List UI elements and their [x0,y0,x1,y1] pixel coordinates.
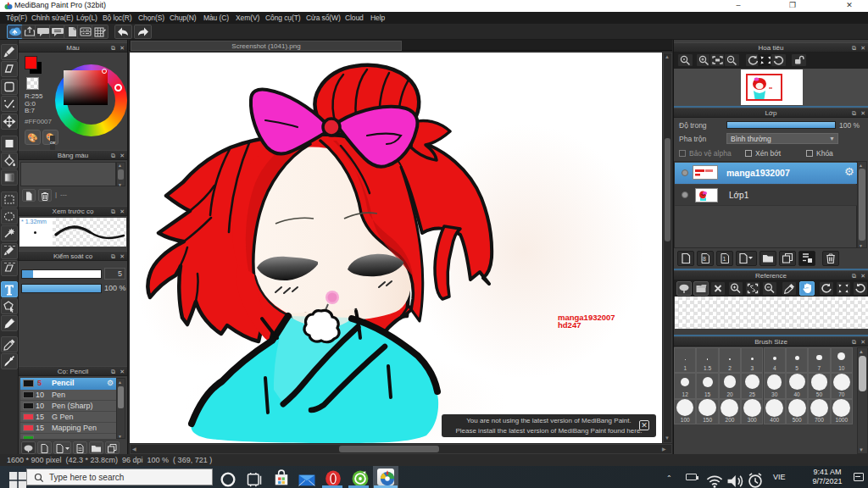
svg-text:8: 8 [703,256,706,262]
svg-text:1: 1 [723,256,726,262]
svg-text:hd247: hd247 [558,320,581,330]
